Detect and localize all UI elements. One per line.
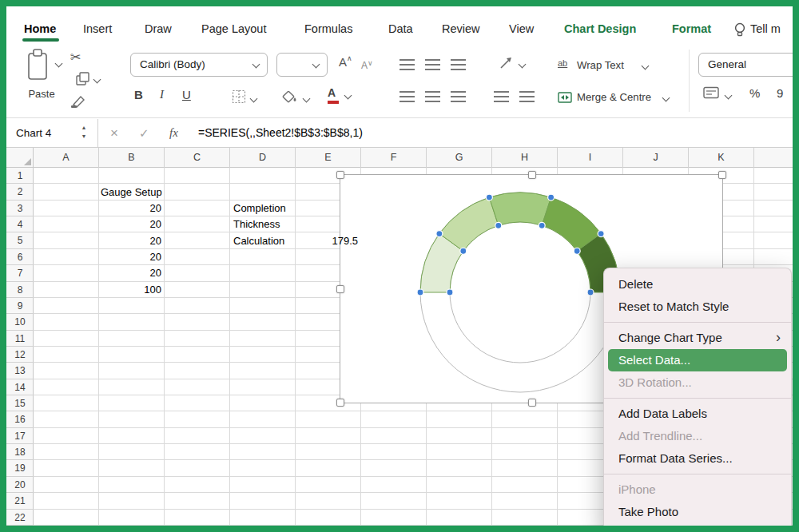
tab-format[interactable]: Format [672, 19, 711, 38]
format-painter-button[interactable] [70, 94, 86, 112]
orientation-button[interactable] [499, 56, 534, 73]
grow-font-button[interactable]: A∧ [339, 54, 352, 69]
shrink-font-button[interactable]: A∨ [361, 58, 373, 72]
row-header-6[interactable]: 6 [6, 249, 34, 265]
row-header-16[interactable]: 16 [6, 411, 34, 427]
merge-centre-button[interactable]: Merge & Centre [558, 86, 673, 109]
row-header-22[interactable]: 22 [6, 510, 34, 526]
align-top-button[interactable] [400, 59, 415, 70]
borders-button[interactable] [232, 89, 264, 107]
select-all-button[interactable] [6, 148, 34, 168]
data-point-handle[interactable] [598, 231, 604, 237]
column-header-B[interactable]: B [99, 148, 165, 168]
font-color-button[interactable]: A [328, 86, 360, 107]
resize-handle[interactable] [528, 399, 536, 407]
column-header-I[interactable]: I [558, 148, 623, 168]
cell-D3[interactable]: Completion [233, 200, 296, 216]
menu-item-take-photo[interactable]: Take Photo [604, 501, 791, 523]
row-header-7[interactable]: 7 [6, 265, 34, 281]
cell-B4[interactable]: 20 [101, 216, 161, 232]
data-point-handle[interactable] [587, 289, 594, 296]
formula-input[interactable]: =SERIES(,,Sheet2!$B$3:$B$8,1) [198, 118, 363, 148]
align-middle-button[interactable] [425, 59, 440, 70]
tab-review[interactable]: Review [442, 19, 480, 38]
row-header-5[interactable]: 5 [6, 232, 34, 248]
cell-B5[interactable]: 20 [101, 233, 161, 249]
data-point-handle[interactable] [574, 248, 580, 254]
row-header-3[interactable]: 3 [6, 200, 34, 216]
row-header-2[interactable]: 2 [6, 184, 34, 200]
row-header-13[interactable]: 13 [6, 363, 34, 379]
comma-style-button[interactable]: 9 [777, 86, 783, 100]
align-right-button[interactable] [451, 91, 466, 102]
increase-indent-button[interactable] [519, 91, 535, 102]
cancel-icon[interactable]: × [110, 118, 118, 148]
row-header-17[interactable]: 17 [6, 428, 34, 444]
resize-handle[interactable] [336, 285, 344, 293]
resize-handle[interactable] [718, 171, 726, 179]
row-header-1[interactable]: 1 [6, 168, 34, 184]
data-point-handle[interactable] [417, 289, 423, 296]
row-header-20[interactable]: 20 [6, 477, 34, 493]
percent-style-button[interactable]: % [749, 86, 760, 100]
column-header-G[interactable]: G [427, 148, 492, 168]
name-box-stepper[interactable]: ▲ ▼ [77, 123, 91, 143]
tab-formulas[interactable]: Formulas [304, 19, 352, 38]
name-box[interactable]: Chart 4 [16, 118, 51, 148]
align-center-button[interactable] [425, 91, 440, 102]
data-point-handle[interactable] [447, 289, 453, 296]
align-bottom-button[interactable] [451, 59, 466, 70]
data-point-handle[interactable] [539, 222, 545, 228]
fill-color-button[interactable] [281, 89, 316, 107]
column-header-A[interactable]: A [34, 148, 99, 168]
font-size-dropdown[interactable] [276, 53, 328, 77]
bold-button[interactable]: B [134, 88, 143, 101]
decrease-indent-button[interactable] [494, 91, 509, 102]
row-header-9[interactable]: 9 [6, 298, 34, 314]
align-left-button[interactable] [400, 91, 415, 102]
paste-button[interactable]: Paste [18, 46, 69, 109]
resize-handle[interactable] [528, 171, 536, 179]
cell-B8[interactable]: 100 [101, 282, 161, 298]
column-header-J[interactable]: J [623, 148, 689, 168]
tab-view[interactable]: View [509, 19, 534, 38]
row-header-8[interactable]: 8 [6, 282, 34, 298]
row-header-15[interactable]: 15 [6, 395, 34, 411]
cell-D4[interactable]: Thickness [233, 216, 296, 232]
menu-item-delete[interactable]: Delete [604, 273, 791, 296]
row-header-14[interactable]: 14 [6, 379, 34, 395]
cut-button[interactable]: ✂ [70, 50, 81, 65]
tab-chart-design[interactable]: Chart Design [564, 19, 636, 38]
menu-item-change-chart-type[interactable]: Change Chart Type › [604, 327, 791, 349]
underline-button[interactable]: U [182, 88, 191, 101]
cell-E5[interactable]: 179.5 [297, 233, 358, 249]
row-header-4[interactable]: 4 [6, 216, 34, 232]
data-point-handle[interactable] [460, 248, 467, 254]
cell-B3[interactable]: 20 [101, 200, 161, 216]
cell-B7[interactable]: 20 [101, 265, 161, 281]
gauge-segment-3[interactable] [489, 193, 551, 225]
insert-function-icon[interactable]: fx [169, 118, 178, 148]
row-header-21[interactable]: 21 [6, 493, 34, 509]
data-point-handle[interactable] [495, 222, 502, 228]
menu-item-reset-to-match-style[interactable]: Reset to Match Style [604, 296, 791, 318]
column-header-K[interactable]: K [689, 148, 754, 168]
row-header-11[interactable]: 11 [6, 331, 34, 347]
cell-B6[interactable]: 20 [101, 249, 161, 265]
tab-home[interactable]: Home [24, 19, 56, 38]
row-header-18[interactable]: 18 [6, 444, 34, 460]
tab-draw[interactable]: Draw [145, 19, 172, 38]
column-header-H[interactable]: H [492, 148, 558, 168]
tab-data[interactable]: Data [388, 19, 413, 38]
column-header-E[interactable]: E [296, 148, 361, 168]
row-header-19[interactable]: 19 [6, 460, 34, 476]
number-format-dropdown[interactable]: General [698, 53, 799, 77]
wrap-text-button[interactable]: ab Wrap Text [558, 54, 652, 77]
tab-page-layout[interactable]: Page Layout [201, 19, 266, 38]
tab-insert[interactable]: Insert [83, 19, 112, 38]
data-point-handle[interactable] [436, 231, 443, 237]
copy-button[interactable] [75, 72, 107, 88]
menu-item-add-data-labels[interactable]: Add Data Labels [604, 403, 791, 425]
menu-item-format-data-series[interactable]: Format Data Series... [604, 447, 791, 470]
column-header-C[interactable]: C [165, 148, 230, 168]
